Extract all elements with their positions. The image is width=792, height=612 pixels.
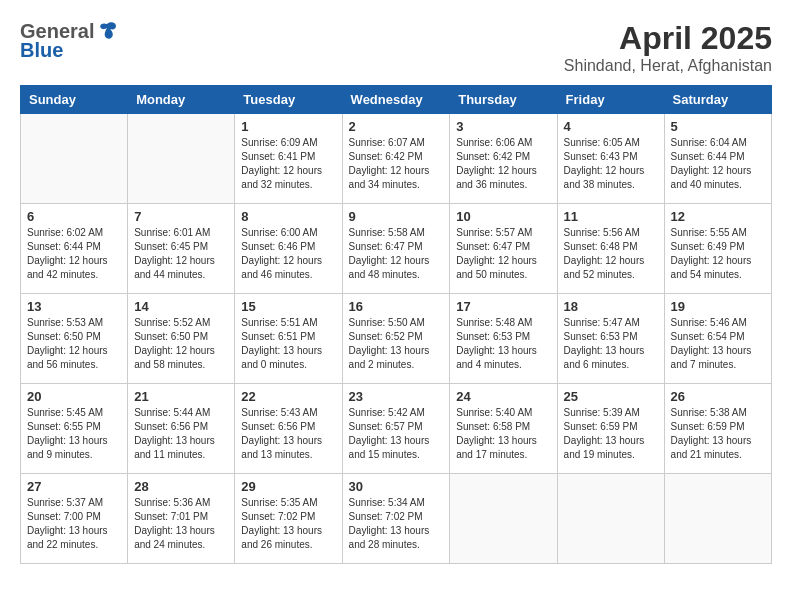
day-sun-info: Sunrise: 6:06 AM Sunset: 6:42 PM Dayligh… (456, 136, 550, 192)
day-number: 30 (349, 479, 444, 494)
calendar-day-cell: 25Sunrise: 5:39 AM Sunset: 6:59 PM Dayli… (557, 384, 664, 474)
calendar-day-cell: 23Sunrise: 5:42 AM Sunset: 6:57 PM Dayli… (342, 384, 450, 474)
logo: General Blue (20, 20, 118, 62)
day-number: 2 (349, 119, 444, 134)
calendar-day-cell: 27Sunrise: 5:37 AM Sunset: 7:00 PM Dayli… (21, 474, 128, 564)
calendar-day-cell: 24Sunrise: 5:40 AM Sunset: 6:58 PM Dayli… (450, 384, 557, 474)
calendar-day-cell: 11Sunrise: 5:56 AM Sunset: 6:48 PM Dayli… (557, 204, 664, 294)
day-number: 27 (27, 479, 121, 494)
calendar-day-cell: 19Sunrise: 5:46 AM Sunset: 6:54 PM Dayli… (664, 294, 771, 384)
day-number: 23 (349, 389, 444, 404)
day-sun-info: Sunrise: 5:45 AM Sunset: 6:55 PM Dayligh… (27, 406, 121, 462)
day-number: 6 (27, 209, 121, 224)
day-sun-info: Sunrise: 5:34 AM Sunset: 7:02 PM Dayligh… (349, 496, 444, 552)
calendar-day-cell (664, 474, 771, 564)
day-number: 4 (564, 119, 658, 134)
day-number: 5 (671, 119, 765, 134)
day-number: 28 (134, 479, 228, 494)
day-sun-info: Sunrise: 5:53 AM Sunset: 6:50 PM Dayligh… (27, 316, 121, 372)
calendar-day-cell (21, 114, 128, 204)
day-number: 29 (241, 479, 335, 494)
calendar-day-cell: 29Sunrise: 5:35 AM Sunset: 7:02 PM Dayli… (235, 474, 342, 564)
calendar-week-row: 20Sunrise: 5:45 AM Sunset: 6:55 PM Dayli… (21, 384, 772, 474)
logo-bird-icon (96, 20, 118, 42)
calendar-day-cell: 28Sunrise: 5:36 AM Sunset: 7:01 PM Dayli… (128, 474, 235, 564)
day-sun-info: Sunrise: 5:40 AM Sunset: 6:58 PM Dayligh… (456, 406, 550, 462)
day-sun-info: Sunrise: 6:09 AM Sunset: 6:41 PM Dayligh… (241, 136, 335, 192)
day-of-week-header: Saturday (664, 86, 771, 114)
day-sun-info: Sunrise: 6:07 AM Sunset: 6:42 PM Dayligh… (349, 136, 444, 192)
day-number: 21 (134, 389, 228, 404)
day-sun-info: Sunrise: 5:56 AM Sunset: 6:48 PM Dayligh… (564, 226, 658, 282)
day-sun-info: Sunrise: 5:55 AM Sunset: 6:49 PM Dayligh… (671, 226, 765, 282)
day-sun-info: Sunrise: 5:35 AM Sunset: 7:02 PM Dayligh… (241, 496, 335, 552)
day-sun-info: Sunrise: 6:02 AM Sunset: 6:44 PM Dayligh… (27, 226, 121, 282)
day-number: 26 (671, 389, 765, 404)
calendar-day-cell: 20Sunrise: 5:45 AM Sunset: 6:55 PM Dayli… (21, 384, 128, 474)
calendar-day-cell: 10Sunrise: 5:57 AM Sunset: 6:47 PM Dayli… (450, 204, 557, 294)
day-sun-info: Sunrise: 6:05 AM Sunset: 6:43 PM Dayligh… (564, 136, 658, 192)
day-number: 16 (349, 299, 444, 314)
calendar-day-cell: 6Sunrise: 6:02 AM Sunset: 6:44 PM Daylig… (21, 204, 128, 294)
calendar-day-cell: 3Sunrise: 6:06 AM Sunset: 6:42 PM Daylig… (450, 114, 557, 204)
day-number: 14 (134, 299, 228, 314)
calendar-day-cell: 2Sunrise: 6:07 AM Sunset: 6:42 PM Daylig… (342, 114, 450, 204)
day-number: 9 (349, 209, 444, 224)
day-sun-info: Sunrise: 5:52 AM Sunset: 6:50 PM Dayligh… (134, 316, 228, 372)
day-number: 11 (564, 209, 658, 224)
calendar-day-cell: 1Sunrise: 6:09 AM Sunset: 6:41 PM Daylig… (235, 114, 342, 204)
calendar-week-row: 27Sunrise: 5:37 AM Sunset: 7:00 PM Dayli… (21, 474, 772, 564)
day-of-week-header: Thursday (450, 86, 557, 114)
day-number: 3 (456, 119, 550, 134)
calendar-day-cell (128, 114, 235, 204)
day-number: 18 (564, 299, 658, 314)
day-of-week-header: Tuesday (235, 86, 342, 114)
day-sun-info: Sunrise: 6:04 AM Sunset: 6:44 PM Dayligh… (671, 136, 765, 192)
day-sun-info: Sunrise: 5:46 AM Sunset: 6:54 PM Dayligh… (671, 316, 765, 372)
day-number: 10 (456, 209, 550, 224)
day-number: 24 (456, 389, 550, 404)
calendar-day-cell: 9Sunrise: 5:58 AM Sunset: 6:47 PM Daylig… (342, 204, 450, 294)
location-title: Shindand, Herat, Afghanistan (564, 57, 772, 75)
day-sun-info: Sunrise: 5:57 AM Sunset: 6:47 PM Dayligh… (456, 226, 550, 282)
day-number: 15 (241, 299, 335, 314)
calendar-week-row: 13Sunrise: 5:53 AM Sunset: 6:50 PM Dayli… (21, 294, 772, 384)
day-of-week-header: Wednesday (342, 86, 450, 114)
day-sun-info: Sunrise: 5:39 AM Sunset: 6:59 PM Dayligh… (564, 406, 658, 462)
day-sun-info: Sunrise: 5:44 AM Sunset: 6:56 PM Dayligh… (134, 406, 228, 462)
calendar-day-cell: 18Sunrise: 5:47 AM Sunset: 6:53 PM Dayli… (557, 294, 664, 384)
day-number: 22 (241, 389, 335, 404)
calendar-day-cell: 15Sunrise: 5:51 AM Sunset: 6:51 PM Dayli… (235, 294, 342, 384)
calendar-day-cell: 8Sunrise: 6:00 AM Sunset: 6:46 PM Daylig… (235, 204, 342, 294)
month-title: April 2025 (564, 20, 772, 57)
day-sun-info: Sunrise: 6:01 AM Sunset: 6:45 PM Dayligh… (134, 226, 228, 282)
day-number: 7 (134, 209, 228, 224)
calendar-week-row: 1Sunrise: 6:09 AM Sunset: 6:41 PM Daylig… (21, 114, 772, 204)
calendar-day-cell: 17Sunrise: 5:48 AM Sunset: 6:53 PM Dayli… (450, 294, 557, 384)
day-sun-info: Sunrise: 5:50 AM Sunset: 6:52 PM Dayligh… (349, 316, 444, 372)
calendar-day-cell: 13Sunrise: 5:53 AM Sunset: 6:50 PM Dayli… (21, 294, 128, 384)
day-number: 12 (671, 209, 765, 224)
calendar-day-cell: 12Sunrise: 5:55 AM Sunset: 6:49 PM Dayli… (664, 204, 771, 294)
calendar-day-cell: 22Sunrise: 5:43 AM Sunset: 6:56 PM Dayli… (235, 384, 342, 474)
day-number: 1 (241, 119, 335, 134)
day-sun-info: Sunrise: 5:38 AM Sunset: 6:59 PM Dayligh… (671, 406, 765, 462)
day-number: 20 (27, 389, 121, 404)
day-of-week-header: Sunday (21, 86, 128, 114)
day-number: 25 (564, 389, 658, 404)
day-sun-info: Sunrise: 5:42 AM Sunset: 6:57 PM Dayligh… (349, 406, 444, 462)
page-header: General Blue April 2025 Shindand, Herat,… (20, 20, 772, 75)
calendar-day-cell: 21Sunrise: 5:44 AM Sunset: 6:56 PM Dayli… (128, 384, 235, 474)
day-sun-info: Sunrise: 5:51 AM Sunset: 6:51 PM Dayligh… (241, 316, 335, 372)
calendar-day-cell: 26Sunrise: 5:38 AM Sunset: 6:59 PM Dayli… (664, 384, 771, 474)
day-number: 13 (27, 299, 121, 314)
calendar-day-cell (557, 474, 664, 564)
calendar-day-cell: 5Sunrise: 6:04 AM Sunset: 6:44 PM Daylig… (664, 114, 771, 204)
calendar-week-row: 6Sunrise: 6:02 AM Sunset: 6:44 PM Daylig… (21, 204, 772, 294)
calendar-header-row: SundayMondayTuesdayWednesdayThursdayFrid… (21, 86, 772, 114)
day-number: 17 (456, 299, 550, 314)
day-sun-info: Sunrise: 5:37 AM Sunset: 7:00 PM Dayligh… (27, 496, 121, 552)
title-section: April 2025 Shindand, Herat, Afghanistan (564, 20, 772, 75)
calendar-day-cell: 4Sunrise: 6:05 AM Sunset: 6:43 PM Daylig… (557, 114, 664, 204)
day-sun-info: Sunrise: 5:48 AM Sunset: 6:53 PM Dayligh… (456, 316, 550, 372)
